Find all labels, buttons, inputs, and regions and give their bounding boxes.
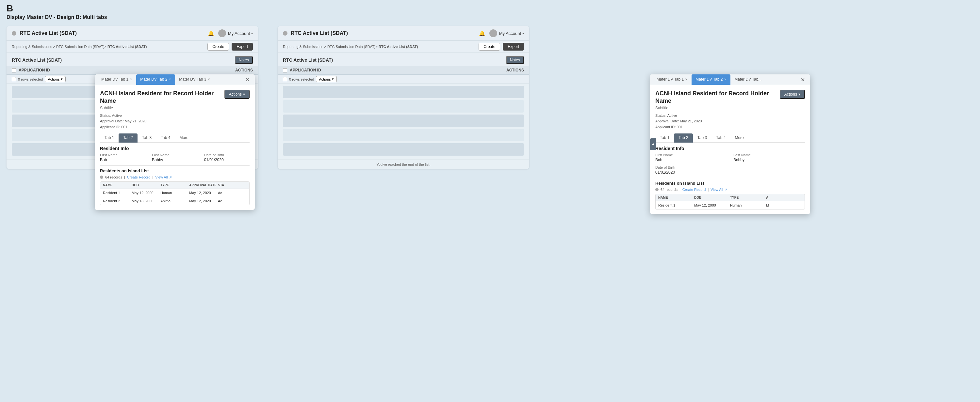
- panel-b-footer: You've reached the end of the list.: [278, 160, 529, 169]
- modal-b: ◀ Mater DV Tab 1 ✕ Mater DV Tab 2 ✕ Mate…: [650, 74, 810, 214]
- tab-close-1-b[interactable]: ✕: [685, 78, 687, 81]
- sub-table-row: Resident 2 May 13, 2000 Animal May 12, 2…: [100, 197, 250, 205]
- modal-tab-2-b[interactable]: Mater DV Tab 2 ✕: [692, 74, 730, 85]
- content-tab-tab4-b[interactable]: Tab 4: [711, 133, 730, 142]
- breadcrumb-bar-b: Reporting & Submissions > RTC Submission…: [278, 41, 529, 53]
- avatar-b: [489, 29, 497, 37]
- sub-section-meta-a: 64 records | Create Record | View All ↗: [100, 175, 250, 179]
- modal-b-content-tabs: Tab 1 Tab 2 Tab 3 Tab 4 More: [655, 133, 805, 142]
- modal-b-title: ACNH Island Resident for Record Holder N…: [655, 90, 780, 105]
- sub-dot-b: [655, 188, 659, 191]
- chevron-down-a[interactable]: ▾: [251, 32, 253, 35]
- export-btn-b[interactable]: Export: [503, 43, 524, 51]
- breadcrumb-actions-a: Create Export: [207, 43, 253, 51]
- list-item: [283, 100, 524, 112]
- tab-close-3-a[interactable]: ✕: [207, 78, 210, 81]
- view-all-link-b[interactable]: View All ↗: [711, 188, 727, 192]
- avatar-a: [218, 29, 226, 37]
- panel-b-topbar: RTC Active List (SDAT) 🔔 My Account ▾: [278, 26, 529, 41]
- actions-dropdown-b[interactable]: Actions ▾: [316, 76, 336, 82]
- tab-close-2-b[interactable]: ✕: [724, 78, 727, 81]
- collapse-handle-b[interactable]: ◀: [650, 138, 656, 150]
- tab-close-1-a[interactable]: ✕: [130, 78, 132, 81]
- chevron-down-b[interactable]: ▾: [522, 32, 524, 35]
- modal-tab-1-a[interactable]: Mater DV Tab 1 ✕: [97, 74, 136, 85]
- modal-close-btn-a[interactable]: ✕: [243, 75, 252, 84]
- modal-a-subtitle: Subtitle: [100, 106, 224, 110]
- col-header-app-id-b: APPLICATION ID: [290, 68, 321, 73]
- modal-b-subtitle: Subtitle: [655, 106, 780, 110]
- content-tab-tab2-a[interactable]: Tab 2: [119, 133, 137, 142]
- content-tab-tab3-a[interactable]: Tab 3: [137, 133, 156, 142]
- sub-dot-a: [100, 176, 103, 179]
- create-btn-a[interactable]: Create: [207, 43, 229, 51]
- view-all-link-a[interactable]: View All ↗: [155, 175, 172, 179]
- modal-a-meta: Status: Active Approval Date: May 21, 20…: [100, 113, 250, 130]
- list-item: [283, 86, 524, 98]
- export-btn-a[interactable]: Export: [232, 43, 253, 51]
- tab-close-2-a[interactable]: ✕: [169, 78, 171, 81]
- content-tab-tab2-b[interactable]: Tab 2: [674, 133, 692, 142]
- sub-section-meta-b: 64 records | Create Record | View All ↗: [655, 188, 805, 192]
- modal-b-actions-btn[interactable]: Actions ▾: [780, 90, 805, 99]
- last-name-field-b: Last Name Bobby: [733, 153, 805, 162]
- modal-close-btn-b[interactable]: ✕: [798, 75, 808, 84]
- modal-a: Mater DV Tab 1 ✕ Mater DV Tab 2 ✕ Mater …: [95, 74, 255, 210]
- row-checkbox-a[interactable]: [12, 77, 16, 81]
- create-record-link-a[interactable]: Create Record: [127, 175, 151, 179]
- list-item: [283, 114, 524, 127]
- create-btn-b[interactable]: Create: [479, 43, 500, 51]
- last-name-field-a: Last Name Bobby: [152, 153, 197, 162]
- select-all-checkbox-b[interactable]: [283, 68, 287, 73]
- content-tab-more-b[interactable]: More: [730, 133, 748, 142]
- status-dot-a: [12, 31, 16, 36]
- col-header-actions-a: Actions: [235, 68, 253, 73]
- page-header: B Display Master DV - Design B: Multi ta…: [0, 0, 980, 23]
- account-label-a[interactable]: My Account: [228, 31, 250, 36]
- bell-icon-a[interactable]: 🔔: [208, 30, 214, 36]
- actions-dropdown-a[interactable]: Actions ▾: [45, 76, 65, 82]
- panel-a-topbar: RTC Active List (SDAT) 🔔 My Account ▾: [6, 26, 258, 41]
- list-section-b: RTC Active List (SDAT) Notes: [278, 53, 529, 66]
- sub-table-row: Resident 1 May 12, 2000 Human May 12, 20…: [100, 189, 250, 197]
- select-all-checkbox-a[interactable]: [12, 68, 16, 73]
- divider-a: [100, 165, 250, 166]
- modal-a-tabs-bar: Mater DV Tab 1 ✕ Mater DV Tab 2 ✕ Mater …: [95, 74, 255, 85]
- create-record-link-b[interactable]: Create Record: [682, 188, 706, 192]
- first-name-field-b: First Name Bob: [655, 153, 727, 162]
- notes-btn-a[interactable]: Notes: [235, 56, 253, 64]
- modal-tab-2-a[interactable]: Mater DV Tab 2 ✕: [136, 74, 175, 85]
- breadcrumb-actions-b: Create Export: [479, 43, 524, 51]
- col-header-actions-b: Actions: [506, 68, 524, 73]
- modal-a-header-row: ACNH Island Resident for Record Holder N…: [100, 90, 250, 110]
- modal-b-header-row: ACNH Island Resident for Record Holder N…: [655, 90, 805, 110]
- modal-tab-3-b[interactable]: Mater DV Tab...: [730, 74, 765, 85]
- panel-b-wrapper: RTC Active List (SDAT) 🔔 My Account ▾ Re…: [278, 26, 529, 169]
- sub-section-heading-a: Residents on Island List: [100, 168, 250, 173]
- account-label-b[interactable]: My Account: [499, 31, 521, 36]
- panel-b-title: RTC Active List (SDAT): [291, 30, 479, 36]
- panel-a-title: RTC Active List (SDAT): [20, 30, 208, 36]
- row-checkbox-b[interactable]: [283, 77, 287, 81]
- content-tab-more-a[interactable]: More: [175, 133, 193, 142]
- content-tab-tab1-a[interactable]: Tab 1: [100, 133, 119, 142]
- content-tab-tab3-b[interactable]: Tab 3: [693, 133, 711, 142]
- content-tab-tab1-b[interactable]: Tab 1: [655, 133, 674, 142]
- modal-a-actions-btn[interactable]: Actions ▾: [224, 90, 250, 99]
- list-item: [283, 129, 524, 141]
- bell-icon-b[interactable]: 🔔: [479, 30, 485, 36]
- fields-row-b-bottom: Date of Birth 01/01/2020: [655, 165, 805, 174]
- logo: B: [6, 4, 974, 13]
- modal-tab-1-b[interactable]: Mater DV Tab 1 ✕: [653, 74, 692, 85]
- first-name-field-a: First Name Bob: [100, 153, 145, 162]
- modal-a-title: ACNH Island Resident for Record Holder N…: [100, 90, 224, 105]
- content-tab-tab4-a[interactable]: Tab 4: [156, 133, 175, 142]
- modal-tab-3-a[interactable]: Mater DV Tab 3 ✕: [175, 74, 214, 85]
- col-header-app-id-a: APPLICATION ID: [19, 68, 50, 73]
- list-title-b: RTC Active List (SDAT): [283, 57, 333, 63]
- table-header-b: APPLICATION ID Actions: [278, 66, 529, 75]
- rows-selected-text-a: 0 rows selected: [18, 78, 43, 81]
- divider-b: [655, 178, 805, 178]
- status-dot-b: [283, 31, 288, 36]
- notes-btn-b[interactable]: Notes: [506, 56, 524, 64]
